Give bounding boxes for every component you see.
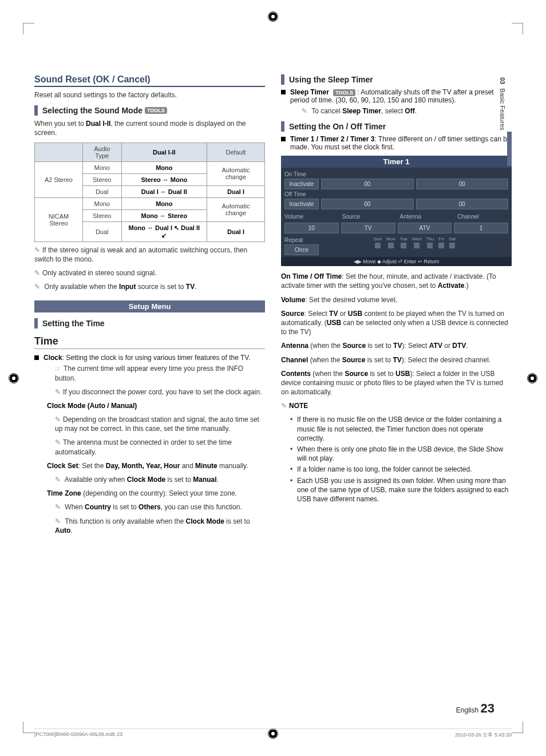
field-off-hour[interactable]: 00 bbox=[321, 199, 414, 209]
accent-bar-icon bbox=[281, 74, 284, 85]
note-heading: NOTE bbox=[281, 401, 512, 410]
text-sound-reset: Reset all sound settings to the factory … bbox=[34, 90, 265, 100]
note-input-tv: Only available when the Input source is … bbox=[34, 282, 265, 291]
setup-menu-banner: Setup Menu bbox=[34, 300, 265, 312]
field-source[interactable]: TV bbox=[341, 223, 395, 233]
field-channel[interactable]: 1 bbox=[454, 223, 508, 233]
checkbox-wed[interactable] bbox=[414, 243, 420, 248]
field-on-hour[interactable]: 00 bbox=[321, 179, 414, 189]
sound-mode-table: Audio Type Dual I-II Default A2 Stereo M… bbox=[34, 143, 265, 242]
timer-settings-widget: Timer 1 On Time Inactivate 00 00 Off Tim… bbox=[281, 156, 512, 266]
source-filename: [PC7000]BN68-02696A-00L06.indb 23 bbox=[34, 731, 122, 739]
note-stereo-only: Only activated in stereo sound signal. bbox=[34, 268, 265, 278]
side-thumb-indicator bbox=[507, 132, 512, 166]
note-broadcast-signal: Depending on the broadcast station and s… bbox=[34, 415, 265, 433]
item-timer123: Timer 1 / Timer 2 / Timer 3: Three diffe… bbox=[281, 135, 512, 151]
checkbox-mon[interactable] bbox=[388, 243, 394, 248]
field-repeat[interactable]: Once bbox=[284, 244, 319, 255]
desc-antenna: Antenna (when the Source is set to TV): … bbox=[281, 341, 512, 350]
note-current-time-info: The current time will appear every time … bbox=[34, 364, 265, 382]
label-source: Source bbox=[342, 213, 393, 220]
accent-bar-icon bbox=[281, 121, 284, 132]
note-antenna-required: The antenna must be connected in order t… bbox=[34, 438, 265, 456]
field-on-minute[interactable]: 00 bbox=[416, 179, 509, 189]
desc-on-off-time: On Time / Off Time: Set the hour, minute… bbox=[281, 272, 512, 290]
note-tz-auto: This function is only available when the… bbox=[34, 517, 265, 535]
list-item: If a folder name is too long, the folder… bbox=[297, 465, 512, 474]
item-clock: Clock: Setting the clock is for using va… bbox=[34, 354, 265, 362]
note-bullet-list: If there is no music file on the USB dev… bbox=[281, 415, 512, 504]
checkbox-fri[interactable] bbox=[438, 243, 444, 248]
label-volume: Volume bbox=[284, 213, 335, 220]
desc-volume: Volume: Set the desired volume level. bbox=[281, 295, 512, 304]
print-metadata: [PC7000]BN68-02696A-00L06.indb 23 2010-0… bbox=[34, 729, 512, 739]
accent-bar-icon bbox=[34, 105, 38, 116]
field-off-minute[interactable]: 00 bbox=[416, 199, 509, 209]
field-antenna[interactable]: ATV bbox=[398, 223, 452, 233]
checkbox-sat[interactable] bbox=[449, 243, 455, 248]
heading-sound-reset: Sound Reset (OK / Cancel) bbox=[34, 74, 265, 87]
label-antenna: Antenna bbox=[400, 213, 451, 220]
note-clockset-manual: Available only when Clock Mode is set to… bbox=[34, 475, 265, 484]
print-timestamp: 2010-03-26 오후 5:43:20 bbox=[455, 731, 512, 739]
heading-setting-time: Setting the Time bbox=[42, 319, 105, 328]
accent-bar-icon bbox=[34, 318, 38, 328]
page-number: 23 bbox=[481, 701, 494, 715]
bullet-square-icon bbox=[281, 137, 286, 141]
heading-time: Time bbox=[34, 335, 265, 349]
bullet-square-icon bbox=[281, 90, 286, 94]
item-sleep-timer: Sleep Timer TOOLS : Automatically shuts … bbox=[281, 88, 512, 104]
checkbox-sun[interactable] bbox=[375, 243, 381, 248]
chapter-number: 03 bbox=[499, 77, 506, 84]
field-on-inactivate[interactable]: Inactivate bbox=[284, 179, 319, 189]
tools-badge-icon: TOOLS bbox=[145, 107, 167, 114]
note-power-cord: If you disconnect the power cord, you ha… bbox=[34, 387, 265, 397]
field-off-inactivate[interactable]: Inactivate bbox=[284, 199, 319, 209]
checkbox-thu[interactable] bbox=[427, 243, 433, 248]
footer-language: English bbox=[456, 706, 478, 714]
days-row: Sun Mon Tue Wed Thu Fri Sat bbox=[321, 235, 508, 252]
tools-badge-icon: TOOLS bbox=[333, 89, 355, 96]
label-channel: Channel bbox=[457, 213, 508, 220]
heading-clock-mode: Clock Mode (Auto / Manual) bbox=[34, 401, 265, 410]
note-tz-country: When Country is set to Others, you can u… bbox=[34, 502, 265, 512]
item-time-zone: Time Zone (depending on the country): Se… bbox=[34, 489, 265, 498]
timer-title: Timer 1 bbox=[281, 156, 512, 168]
desc-source: Source: Select TV or USB content to be p… bbox=[281, 309, 512, 337]
desc-channel: Channel (when the Source is set to TV): … bbox=[281, 355, 512, 365]
item-clock-set: Clock Set: Set the Day, Month, Year, Hou… bbox=[34, 461, 265, 470]
field-volume[interactable]: 10 bbox=[284, 223, 339, 233]
checkbox-tue[interactable] bbox=[401, 243, 406, 248]
chapter-side-tab: 03 Basic Features bbox=[499, 77, 506, 130]
label-off-time: Off Time bbox=[284, 191, 508, 197]
note-cancel-sleep: To cancel Sleep Timer, select Off. bbox=[281, 106, 512, 116]
page-footer: English 23 bbox=[0, 701, 546, 716]
label-repeat: Repeat bbox=[284, 237, 319, 243]
heading-select-sound-mode: Selecting the Sound Mode bbox=[42, 106, 143, 115]
text-select-sound: When you set to Dual I-II, the current s… bbox=[34, 119, 265, 137]
desc-contents: Contents (when the Source is set to USB)… bbox=[281, 369, 512, 397]
label-on-time: On Time bbox=[284, 171, 508, 177]
note-weak-signal: If the stereo signal is weak and an auto… bbox=[34, 246, 265, 264]
list-item: If there is no music file on the USB dev… bbox=[297, 415, 512, 443]
list-item: Each USB you use is assigned its own fol… bbox=[297, 476, 512, 504]
heading-sleep-timer: Using the Sleep Timer bbox=[289, 75, 373, 84]
list-item: When there is only one photo file in the… bbox=[297, 445, 512, 463]
chapter-title: Basic Features bbox=[499, 88, 506, 130]
bullet-square-icon bbox=[34, 355, 39, 360]
heading-onoff-timer: Setting the On / Off Timer bbox=[289, 122, 386, 131]
timer-footer-hints: ◀▶ Move ◆ Adjust ⏎ Enter ↩ Return bbox=[281, 257, 512, 266]
